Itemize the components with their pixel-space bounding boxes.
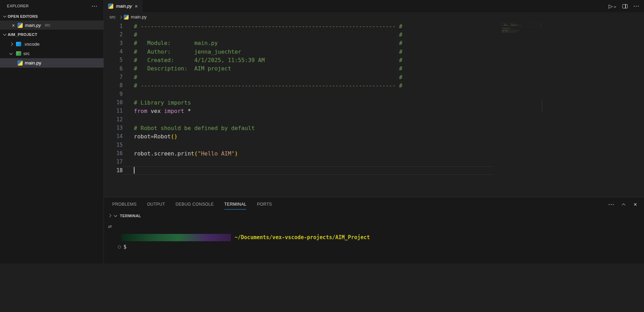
code-text: # Robot should be defined by default bbox=[123, 125, 255, 131]
project-section-header[interactable]: AIM_PROJECT bbox=[0, 30, 104, 39]
open-editor-file-dir: src bbox=[45, 23, 50, 28]
command-decoration-icon[interactable] bbox=[118, 245, 121, 249]
line-number: 15 bbox=[104, 142, 123, 148]
run-icon: ▷ bbox=[608, 3, 613, 9]
code-line-7[interactable]: 7# # bbox=[104, 73, 644, 81]
editor-more-icon[interactable]: ⋯ bbox=[633, 3, 639, 9]
chevron-down-icon bbox=[8, 51, 14, 56]
panel-tab-terminal[interactable]: TERMINAL bbox=[224, 202, 247, 207]
code-text: # Module: main.py # bbox=[123, 40, 402, 46]
python-icon bbox=[17, 60, 23, 66]
panel-tab-bar: PROBLEMSOUTPUTDEBUG CONSOLETERMINALPORTS… bbox=[104, 197, 644, 211]
open-editor-file-name: main.py bbox=[25, 23, 41, 28]
line-number: 17 bbox=[104, 159, 123, 165]
code-line-8[interactable]: 8# -------------------------------------… bbox=[104, 81, 644, 90]
terminal-prompt-line: ~/Documents/vex-vscode-projects/AIM_Proj… bbox=[121, 234, 644, 241]
terminal-section-header[interactable]: TERMINAL bbox=[104, 211, 644, 220]
tab-title: main.py bbox=[116, 3, 132, 9]
split-editor-icon[interactable] bbox=[622, 4, 628, 8]
breadcrumb-folder[interactable]: src bbox=[109, 14, 115, 20]
code-line-13[interactable]: 13# Robot should be defined by default bbox=[104, 124, 644, 132]
line-number: 13 bbox=[104, 125, 123, 131]
tree-item-vscode[interactable]: .vscode bbox=[0, 39, 104, 49]
code-text: # --------------------------------------… bbox=[123, 82, 402, 89]
close-icon[interactable]: × bbox=[12, 23, 15, 28]
code-line-9[interactable]: 9 bbox=[104, 90, 644, 98]
chevron-right-icon bbox=[117, 15, 122, 20]
vscode-window: EXPLORER ⋯ OPEN EDITORS × main.py src AI… bbox=[0, 0, 644, 312]
code-line-1[interactable]: 1# -------------------------------------… bbox=[104, 22, 644, 30]
panel-tab-ports[interactable]: PORTS bbox=[257, 202, 272, 207]
panel-tab-debug-console[interactable]: DEBUG CONSOLE bbox=[176, 202, 214, 207]
code-line-6[interactable]: 6# Description: AIM project # bbox=[104, 64, 644, 73]
code-text bbox=[123, 166, 493, 175]
line-number: 8 bbox=[104, 82, 123, 89]
terminal[interactable]: ⇄ ~/Documents/vex-vscode-projects/AIM_Pr… bbox=[104, 220, 644, 264]
line-number: 12 bbox=[104, 116, 123, 123]
code-line-17[interactable]: 17 bbox=[104, 158, 644, 166]
line-number: 10 bbox=[104, 99, 123, 106]
line-number: 4 bbox=[104, 48, 123, 55]
code-line-12[interactable]: 12 bbox=[104, 115, 644, 124]
tab-main-py[interactable]: main.py × bbox=[104, 0, 142, 12]
terminal-path: ~/Documents/vex-vscode-projects/AIM_Proj… bbox=[235, 234, 370, 241]
line-number: 2 bbox=[104, 31, 123, 38]
minimap[interactable]: # --------------------------------------… bbox=[502, 22, 542, 183]
code-line-10[interactable]: 10# Library imports bbox=[104, 98, 644, 107]
tree-item-label: main.py bbox=[25, 60, 41, 66]
code-line-3[interactable]: 3# Module: main.py # bbox=[104, 39, 644, 47]
line-number: 1 bbox=[104, 23, 123, 29]
code-line-15[interactable]: 15 bbox=[104, 141, 644, 149]
text-cursor bbox=[134, 167, 135, 174]
code-line-14[interactable]: 14robot=Robot() bbox=[104, 132, 644, 140]
explorer-sidebar: EXPLORER ⋯ OPEN EDITORS × main.py src AI… bbox=[0, 0, 104, 264]
tree-item-label: .vscode bbox=[23, 41, 40, 47]
project-label: AIM_PROJECT bbox=[8, 32, 37, 37]
close-icon[interactable]: × bbox=[135, 3, 138, 9]
file-tree: .vscode src main.py bbox=[0, 39, 104, 68]
minimap-line: # --------------------------------------… bbox=[502, 26, 542, 27]
chevron-down-icon bbox=[113, 213, 118, 219]
code-text: # Author: jenna_juechter # bbox=[123, 48, 402, 55]
empty-area bbox=[0, 264, 644, 312]
chevron-up-icon[interactable] bbox=[621, 201, 627, 207]
terminal-input-line[interactable]: $ bbox=[118, 244, 644, 250]
panel-more-icon[interactable]: ⋯ bbox=[608, 201, 614, 207]
code-line-5[interactable]: 5# Created: 4/1/2025, 11:55:39 AM # bbox=[104, 56, 644, 64]
code-text: # # bbox=[123, 31, 402, 38]
line-number: 7 bbox=[104, 74, 123, 80]
panel-close-icon[interactable]: × bbox=[634, 201, 637, 207]
chevron-right-icon[interactable] bbox=[107, 213, 112, 219]
tree-item-src[interactable]: src bbox=[0, 49, 104, 58]
code-line-16[interactable]: 16robot.screen.print("Hello AIM") bbox=[104, 149, 644, 158]
explorer-title: EXPLORER bbox=[7, 4, 29, 8]
line-number: 5 bbox=[104, 57, 123, 63]
overview-ruler-mark bbox=[542, 99, 542, 112]
code-lines: 1# -------------------------------------… bbox=[104, 22, 644, 175]
tree-item-main-py[interactable]: main.py bbox=[0, 58, 104, 68]
editor-area: main.py × ▷ ⋯ src main.py 1# -----------… bbox=[104, 0, 644, 197]
panel-tab-problems[interactable]: PROBLEMS bbox=[112, 202, 137, 207]
editor-actions: ▷ ⋯ bbox=[608, 0, 639, 12]
explorer-header: EXPLORER ⋯ bbox=[0, 0, 104, 12]
panel-tabs: PROBLEMSOUTPUTDEBUG CONSOLETERMINALPORTS bbox=[112, 202, 272, 207]
code-text: robot=Robot() bbox=[123, 133, 177, 140]
code-editor[interactable]: 1# -------------------------------------… bbox=[104, 22, 644, 197]
minimap-content: # --------------------------------------… bbox=[502, 22, 542, 33]
panel-tab-output[interactable]: OUTPUT bbox=[147, 202, 165, 207]
code-text: from vex import * bbox=[123, 108, 191, 114]
chevron-down-icon[interactable] bbox=[613, 5, 617, 9]
code-text: # Created: 4/1/2025, 11:55:39 AM # bbox=[123, 57, 402, 63]
open-editor-main-py[interactable]: × main.py src bbox=[0, 21, 104, 30]
tab-bar: main.py × ▷ ⋯ bbox=[104, 0, 644, 12]
code-line-4[interactable]: 4# Author: jenna_juechter # bbox=[104, 47, 644, 56]
line-number: 14 bbox=[104, 133, 123, 139]
more-actions-icon[interactable]: ⋯ bbox=[91, 3, 97, 9]
breadcrumb-file[interactable]: main.py bbox=[131, 14, 147, 20]
open-editors-section-header[interactable]: OPEN EDITORS bbox=[0, 12, 104, 21]
bottom-panel: PROBLEMSOUTPUTDEBUG CONSOLETERMINALPORTS… bbox=[104, 197, 644, 264]
code-line-11[interactable]: 11from vex import * bbox=[104, 107, 644, 115]
code-line-2[interactable]: 2# # bbox=[104, 30, 644, 39]
code-line-18[interactable]: 18 bbox=[104, 166, 644, 175]
run-button[interactable]: ▷ bbox=[608, 3, 617, 9]
